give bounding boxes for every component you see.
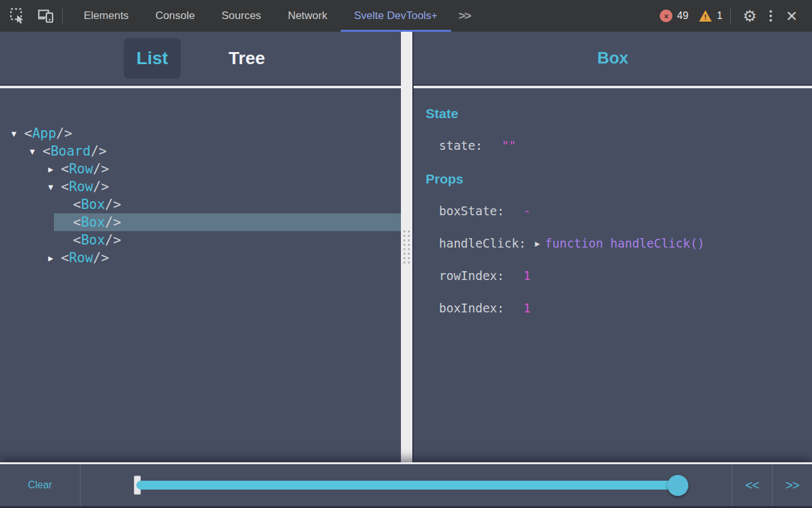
expanded-triangle-icon[interactable]: ▼ (30, 147, 43, 156)
view-tab-tree[interactable]: Tree (218, 38, 275, 79)
tag-close-bracket: /> (105, 232, 121, 248)
tag-open-bracket: < (24, 126, 32, 141)
prop-row-boxstate[interactable]: boxState:- (439, 203, 812, 219)
slider-range (134, 464, 719, 506)
view-tab-list[interactable]: List (124, 38, 181, 79)
tab-console[interactable]: Console (142, 0, 208, 32)
toolbar-left-icons (0, 0, 55, 32)
tag-open-bracket: < (61, 161, 69, 177)
tag-close-bracket: /> (105, 215, 121, 230)
error-badge[interactable]: × 49 (660, 10, 688, 22)
kebab-menu-icon[interactable] (761, 10, 780, 22)
tab-sources[interactable]: Sources (208, 0, 274, 32)
settings-gear-icon[interactable]: ⚙ (738, 7, 761, 25)
component-name: Board (51, 144, 91, 159)
component-name: App (32, 126, 56, 141)
tag-close-bracket: /> (93, 179, 109, 194)
prop-row-handleclick[interactable]: handleClick:▶function handleClick() (439, 235, 812, 251)
error-count: 49 (677, 10, 688, 22)
prop-key: rowIndex: (439, 269, 504, 283)
main-split-view: ListTree ▼<App/>▼<Board/>▶<Row/>▼<Row/><… (0, 32, 812, 462)
toolbar-divider (62, 8, 63, 24)
component-name: Row (69, 179, 93, 194)
prop-key: handleClick: (439, 236, 526, 250)
tree-item-box[interactable]: <Box/> (0, 231, 401, 249)
component-detail-panel: Box Statestate:""PropsboxState:-handleCl… (412, 32, 812, 462)
toolbar-right: × 49 ! 1 ⚙ × (660, 0, 812, 32)
tag-close-bracket: /> (105, 197, 121, 212)
inspect-element-icon[interactable] (9, 7, 27, 25)
warning-badge[interactable]: ! 1 (698, 10, 723, 22)
prop-value: 1 (523, 269, 530, 283)
expanded-triangle-icon[interactable]: ▼ (11, 129, 24, 138)
tag-close-bracket: /> (56, 126, 72, 141)
prop-key: boxState: (439, 204, 504, 218)
clear-section: Clear (0, 464, 80, 506)
expanded-triangle-icon[interactable]: ▼ (48, 182, 61, 192)
collapsed-triangle-icon[interactable]: ▶ (48, 253, 61, 263)
panel-resizer-handle[interactable] (401, 32, 412, 462)
collapsed-triangle-icon[interactable]: ▶ (48, 164, 61, 174)
tag-open-bracket: < (73, 215, 81, 230)
tree-item-row[interactable]: ▶<Row/> (0, 160, 401, 178)
detail-header: Box (414, 32, 812, 84)
prop-key: boxIndex: (439, 301, 504, 315)
selected-component-title: Box (597, 48, 628, 68)
prop-value: 1 (523, 301, 530, 315)
prop-row-boxindex[interactable]: boxIndex:1 (439, 300, 812, 316)
tag-open-bracket: < (61, 179, 69, 194)
prop-value: "" (502, 138, 516, 152)
clear-button[interactable]: Clear (28, 479, 52, 491)
section-heading-state: State (426, 106, 812, 121)
component-name: Box (81, 215, 105, 230)
component-name: Box (81, 197, 105, 212)
tree-item-box[interactable]: <Box/> (0, 196, 401, 213)
devtools-tab-bar: ElementsConsoleSourcesNetworkSvelte DevT… (70, 0, 451, 32)
warning-count: 1 (717, 10, 723, 22)
component-name: Row (69, 161, 93, 177)
component-tree-panel: ListTree ▼<App/>▼<Board/>▶<Row/>▼<Row/><… (0, 32, 401, 462)
component-name: Row (69, 250, 93, 265)
section-heading-props: Props (426, 171, 812, 187)
devtools-toolbar: ElementsConsoleSourcesNetworkSvelte DevT… (0, 0, 812, 32)
prop-value: function handleClick() (545, 236, 705, 250)
error-icon: × (660, 10, 672, 22)
prop-row-state[interactable]: state:"" (439, 137, 812, 154)
close-devtools-icon[interactable]: × (780, 6, 803, 25)
view-mode-tabs: ListTree (0, 32, 401, 84)
more-tabs-button[interactable]: >> (451, 9, 478, 23)
tree-item-board[interactable]: ▼<Board/> (0, 142, 401, 160)
tree-item-row[interactable]: ▼<Row/> (0, 178, 401, 196)
tag-open-bracket: < (73, 197, 81, 212)
component-tree: ▼<App/>▼<Board/>▶<Row/>▼<Row/><Box/><Box… (0, 88, 401, 267)
warning-icon: ! (698, 10, 712, 22)
tag-close-bracket: /> (93, 250, 109, 265)
tree-item-row[interactable]: ▶<Row/> (0, 249, 401, 267)
time-travel-bar: Clear << >> (0, 462, 812, 508)
step-back-button[interactable]: << (732, 464, 772, 506)
slider-track-fill[interactable] (136, 481, 678, 490)
slider-thumb[interactable] (667, 475, 688, 496)
svg-text:!: ! (704, 13, 707, 22)
tab-svelte-devtools[interactable]: Svelte DevTools+ (341, 0, 451, 32)
tree-item-app[interactable]: ▼<App/> (0, 124, 401, 142)
function-expander-icon[interactable]: ▶ (535, 239, 540, 248)
tag-close-bracket: /> (93, 161, 109, 177)
component-name: Box (81, 232, 105, 248)
device-toolbar-icon[interactable] (37, 7, 55, 25)
tag-open-bracket: < (73, 232, 81, 248)
tag-close-bracket: /> (91, 144, 107, 159)
prop-key: state: (439, 138, 483, 152)
tab-network[interactable]: Network (275, 0, 341, 32)
step-forward-button[interactable]: >> (773, 464, 812, 506)
prop-value: - (523, 204, 530, 218)
tab-elements[interactable]: Elements (70, 0, 142, 32)
tag-open-bracket: < (43, 144, 51, 159)
detail-content: Statestate:""PropsboxState:-handleClick:… (414, 88, 812, 316)
prop-row-rowindex[interactable]: rowIndex:1 (439, 267, 812, 284)
resizer-grip-dots (403, 231, 410, 264)
devtools-window: ElementsConsoleSourcesNetworkSvelte DevT… (0, 0, 812, 508)
timeline-slider[interactable] (81, 464, 731, 506)
tag-open-bracket: < (61, 250, 69, 265)
tree-item-box[interactable]: <Box/> (0, 213, 401, 231)
